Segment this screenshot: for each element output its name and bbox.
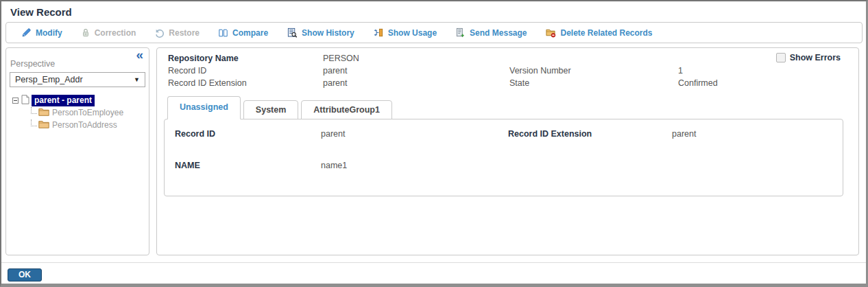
collapse-panel-icon[interactable]: « xyxy=(136,48,143,62)
tab-system[interactable]: System xyxy=(243,100,298,119)
state-label: State xyxy=(509,77,678,89)
delete-related-records-button[interactable]: Delete Related Records xyxy=(545,27,652,38)
attribute-tabs: Unassigned System AttributeGroup1 xyxy=(167,96,858,119)
folder-icon xyxy=(38,108,49,118)
show-errors-control: Show Errors xyxy=(776,53,841,62)
tree-node-parent[interactable]: parent - parent xyxy=(32,95,95,106)
tab-content-fields: Record ID parent Record ID Extension par… xyxy=(175,128,843,172)
dropdown-caret-icon: ▼ xyxy=(134,76,140,83)
content-record-id-extension-label: Record ID Extension xyxy=(508,128,672,140)
record-id-label: Record ID xyxy=(168,65,323,77)
delete-related-records-label: Delete Related Records xyxy=(560,28,652,38)
perspective-select[interactable]: Persp_Emp_Addr ▼ xyxy=(10,72,145,87)
show-errors-label: Show Errors xyxy=(790,53,841,62)
folder-icon xyxy=(38,120,49,130)
modify-label: Modify xyxy=(36,28,62,38)
perspective-panel: « Perspective Persp_Emp_Addr ▼ parent - … xyxy=(5,47,149,255)
repository-name-value: PERSON xyxy=(323,52,509,65)
perspective-label: Perspective xyxy=(10,59,149,69)
title-bar: View Record xyxy=(1,1,866,22)
ok-button[interactable]: OK xyxy=(8,268,42,282)
record-header-fields: Repository Name PERSON Record ID parent … xyxy=(168,52,858,89)
record-id-extension-label: Record ID Extension xyxy=(168,77,323,89)
content-record-id-extension-value: parent xyxy=(672,128,843,140)
send-message-icon xyxy=(455,27,466,38)
usage-icon xyxy=(373,27,384,38)
tree-connector xyxy=(31,107,37,114)
show-usage-label: Show Usage xyxy=(388,28,437,38)
perspective-select-value: Persp_Emp_Addr xyxy=(15,75,83,84)
record-detail-panel: Show Errors Repository Name PERSON Recor… xyxy=(156,47,859,255)
restore-button[interactable]: Restore xyxy=(154,28,200,38)
send-message-label: Send Message xyxy=(470,28,527,38)
tree-root-row: parent - parent xyxy=(12,94,149,106)
record-tree: parent - parent PersonToEmployee PersonT… xyxy=(6,94,149,131)
lock-icon xyxy=(81,27,91,38)
history-icon xyxy=(287,27,298,38)
correction-button[interactable]: Correction xyxy=(81,27,136,38)
undo-icon xyxy=(154,28,165,38)
content-record-id-value: parent xyxy=(321,128,508,140)
version-number-label: Version Number xyxy=(509,65,678,77)
compare-icon xyxy=(218,28,228,38)
toolbar: Modify Correction Restore Compare Show H… xyxy=(5,22,863,43)
state-value: Confirmed xyxy=(678,77,858,89)
compare-label: Compare xyxy=(232,28,268,38)
show-history-label: Show History xyxy=(302,28,354,38)
footer: OK xyxy=(1,263,866,282)
show-usage-button[interactable]: Show Usage xyxy=(373,27,437,38)
body: « Perspective Persp_Emp_Addr ▼ parent - … xyxy=(5,47,859,255)
correction-label: Correction xyxy=(95,28,136,38)
tree-collapse-expander[interactable] xyxy=(12,97,19,104)
delete-folder-icon xyxy=(545,27,556,38)
document-icon xyxy=(21,95,29,106)
tree-node-person-to-address[interactable]: PersonToAddress xyxy=(12,119,149,131)
record-id-extension-value: parent xyxy=(323,77,509,89)
show-history-button[interactable]: Show History xyxy=(287,27,354,38)
tab-unassigned[interactable]: Unassigned xyxy=(167,96,241,119)
page-title: View Record xyxy=(10,6,72,18)
content-record-id-label: Record ID xyxy=(175,128,321,140)
record-id-value: parent xyxy=(323,65,509,77)
tab-attributegroup1[interactable]: AttributeGroup1 xyxy=(301,100,392,119)
pencil-icon xyxy=(21,27,32,38)
compare-button[interactable]: Compare xyxy=(218,28,268,38)
tab-content-box: Record ID parent Record ID Extension par… xyxy=(164,119,843,196)
content-name-label: NAME xyxy=(175,160,321,172)
restore-label: Restore xyxy=(169,28,200,38)
view-record-window: View Record Modify Correction Restore Co… xyxy=(0,0,868,287)
content-name-value: name1 xyxy=(321,160,508,172)
modify-button[interactable]: Modify xyxy=(21,27,62,38)
tree-node-person-to-employee[interactable]: PersonToEmployee xyxy=(12,106,149,119)
show-errors-checkbox[interactable] xyxy=(776,53,786,62)
version-number-value: 1 xyxy=(678,65,858,77)
tree-connector xyxy=(31,119,37,126)
send-message-button[interactable]: Send Message xyxy=(455,27,527,38)
repository-name-label: Repository Name xyxy=(168,52,323,65)
